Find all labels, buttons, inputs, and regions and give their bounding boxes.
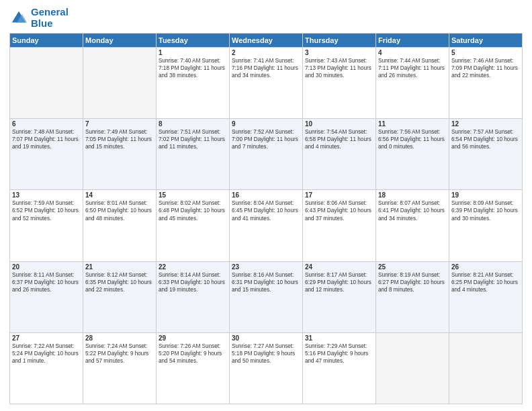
day-info: Sunrise: 7:57 AM Sunset: 6:54 PM Dayligh…	[451, 128, 520, 150]
day-cell: 15Sunrise: 8:02 AM Sunset: 6:48 PM Dayli…	[157, 190, 230, 261]
day-number: 6	[12, 120, 81, 128]
day-number: 22	[159, 263, 227, 271]
day-cell: 28Sunrise: 7:24 AM Sunset: 5:22 PM Dayli…	[83, 332, 157, 404]
day-number: 28	[85, 334, 154, 342]
day-info: Sunrise: 7:51 AM Sunset: 7:02 PM Dayligh…	[159, 128, 227, 150]
day-info: Sunrise: 7:52 AM Sunset: 7:00 PM Dayligh…	[232, 128, 300, 150]
day-info: Sunrise: 7:43 AM Sunset: 7:13 PM Dayligh…	[305, 57, 373, 79]
day-cell: 9Sunrise: 7:52 AM Sunset: 7:00 PM Daylig…	[230, 119, 303, 190]
day-header-monday: Monday	[83, 34, 157, 48]
day-number: 23	[232, 263, 300, 271]
week-row-3: 13Sunrise: 7:59 AM Sunset: 6:52 PM Dayli…	[10, 190, 523, 261]
day-cell	[10, 48, 83, 119]
page: General Blue SundayMondayTuesdayWednesda…	[0, 0, 532, 411]
header: General Blue	[9, 7, 523, 29]
day-info: Sunrise: 8:14 AM Sunset: 6:33 PM Dayligh…	[159, 271, 227, 293]
day-info: Sunrise: 8:04 AM Sunset: 6:45 PM Dayligh…	[232, 199, 300, 222]
day-info: Sunrise: 8:02 AM Sunset: 6:48 PM Dayligh…	[159, 199, 227, 222]
day-number: 14	[85, 191, 154, 199]
day-cell: 2Sunrise: 7:41 AM Sunset: 7:16 PM Daylig…	[230, 48, 303, 119]
day-info: Sunrise: 7:22 AM Sunset: 5:24 PM Dayligh…	[12, 342, 81, 365]
day-number: 18	[378, 191, 447, 199]
day-cell: 27Sunrise: 7:22 AM Sunset: 5:24 PM Dayli…	[10, 332, 83, 404]
day-header-friday: Friday	[376, 34, 449, 48]
day-number: 4	[378, 49, 447, 56]
day-cell: 21Sunrise: 8:12 AM Sunset: 6:35 PM Dayli…	[83, 261, 157, 332]
day-info: Sunrise: 7:59 AM Sunset: 6:52 PM Dayligh…	[12, 199, 81, 222]
day-info: Sunrise: 8:07 AM Sunset: 6:41 PM Dayligh…	[378, 199, 447, 222]
day-number: 8	[159, 120, 227, 128]
week-row-1: 1Sunrise: 7:40 AM Sunset: 7:18 PM Daylig…	[10, 48, 523, 119]
day-number: 16	[232, 191, 300, 199]
day-info: Sunrise: 8:01 AM Sunset: 6:50 PM Dayligh…	[85, 199, 154, 222]
day-number: 24	[305, 263, 373, 271]
day-info: Sunrise: 7:48 AM Sunset: 7:07 PM Dayligh…	[12, 128, 81, 150]
day-cell: 18Sunrise: 8:07 AM Sunset: 6:41 PM Dayli…	[376, 190, 449, 261]
day-cell: 13Sunrise: 7:59 AM Sunset: 6:52 PM Dayli…	[10, 190, 83, 261]
day-info: Sunrise: 7:27 AM Sunset: 5:18 PM Dayligh…	[232, 342, 300, 365]
day-number: 3	[305, 49, 373, 56]
day-header-wednesday: Wednesday	[230, 34, 303, 48]
day-cell	[449, 332, 523, 404]
day-info: Sunrise: 8:11 AM Sunset: 6:37 PM Dayligh…	[12, 271, 81, 293]
day-number: 20	[12, 263, 81, 271]
day-header-tuesday: Tuesday	[157, 34, 230, 48]
day-cell: 29Sunrise: 7:26 AM Sunset: 5:20 PM Dayli…	[157, 332, 230, 404]
day-cell: 5Sunrise: 7:46 AM Sunset: 7:09 PM Daylig…	[449, 48, 523, 119]
day-info: Sunrise: 8:21 AM Sunset: 6:25 PM Dayligh…	[451, 271, 520, 293]
day-cell: 31Sunrise: 7:29 AM Sunset: 5:16 PM Dayli…	[303, 332, 376, 404]
week-row-5: 27Sunrise: 7:22 AM Sunset: 5:24 PM Dayli…	[10, 332, 523, 404]
day-info: Sunrise: 7:41 AM Sunset: 7:16 PM Dayligh…	[232, 57, 300, 79]
day-info: Sunrise: 7:24 AM Sunset: 5:22 PM Dayligh…	[85, 342, 154, 365]
day-number: 17	[305, 191, 373, 199]
day-number: 15	[159, 191, 227, 199]
day-number: 13	[12, 191, 81, 199]
day-info: Sunrise: 7:49 AM Sunset: 7:05 PM Dayligh…	[85, 128, 154, 150]
week-row-4: 20Sunrise: 8:11 AM Sunset: 6:37 PM Dayli…	[10, 261, 523, 332]
day-info: Sunrise: 7:26 AM Sunset: 5:20 PM Dayligh…	[159, 342, 227, 365]
day-cell: 24Sunrise: 8:17 AM Sunset: 6:29 PM Dayli…	[303, 261, 376, 332]
day-cell: 17Sunrise: 8:06 AM Sunset: 6:43 PM Dayli…	[303, 190, 376, 261]
logo-text: General Blue	[31, 7, 69, 29]
day-cell: 7Sunrise: 7:49 AM Sunset: 7:05 PM Daylig…	[83, 119, 157, 190]
day-cell: 10Sunrise: 7:54 AM Sunset: 6:58 PM Dayli…	[303, 119, 376, 190]
day-cell: 11Sunrise: 7:56 AM Sunset: 6:56 PM Dayli…	[376, 119, 449, 190]
day-number: 11	[378, 120, 447, 128]
day-number: 30	[232, 334, 300, 342]
week-row-2: 6Sunrise: 7:48 AM Sunset: 7:07 PM Daylig…	[10, 119, 523, 190]
day-info: Sunrise: 8:06 AM Sunset: 6:43 PM Dayligh…	[305, 199, 373, 222]
day-cell: 3Sunrise: 7:43 AM Sunset: 7:13 PM Daylig…	[303, 48, 376, 119]
day-info: Sunrise: 7:44 AM Sunset: 7:11 PM Dayligh…	[378, 57, 447, 79]
day-info: Sunrise: 8:12 AM Sunset: 6:35 PM Dayligh…	[85, 271, 154, 293]
day-cell: 4Sunrise: 7:44 AM Sunset: 7:11 PM Daylig…	[376, 48, 449, 119]
day-info: Sunrise: 8:17 AM Sunset: 6:29 PM Dayligh…	[305, 271, 373, 293]
day-number: 21	[85, 263, 154, 271]
day-cell: 30Sunrise: 7:27 AM Sunset: 5:18 PM Dayli…	[230, 332, 303, 404]
day-info: Sunrise: 8:19 AM Sunset: 6:27 PM Dayligh…	[378, 271, 447, 293]
day-number: 7	[85, 120, 154, 128]
day-info: Sunrise: 8:09 AM Sunset: 6:39 PM Dayligh…	[451, 199, 520, 222]
day-cell: 25Sunrise: 8:19 AM Sunset: 6:27 PM Dayli…	[376, 261, 449, 332]
day-header-sunday: Sunday	[10, 34, 83, 48]
day-cell: 20Sunrise: 8:11 AM Sunset: 6:37 PM Dayli…	[10, 261, 83, 332]
day-number: 1	[159, 49, 227, 56]
day-number: 26	[451, 263, 520, 271]
day-cell: 22Sunrise: 8:14 AM Sunset: 6:33 PM Dayli…	[157, 261, 230, 332]
day-cell: 19Sunrise: 8:09 AM Sunset: 6:39 PM Dayli…	[449, 190, 523, 261]
day-header-thursday: Thursday	[303, 34, 376, 48]
day-number: 27	[12, 334, 81, 342]
day-number: 10	[305, 120, 373, 128]
day-info: Sunrise: 7:46 AM Sunset: 7:09 PM Dayligh…	[451, 57, 520, 79]
day-cell: 26Sunrise: 8:21 AM Sunset: 6:25 PM Dayli…	[449, 261, 523, 332]
day-cell: 12Sunrise: 7:57 AM Sunset: 6:54 PM Dayli…	[449, 119, 523, 190]
day-cell: 8Sunrise: 7:51 AM Sunset: 7:02 PM Daylig…	[157, 119, 230, 190]
day-cell	[83, 48, 157, 119]
day-number: 12	[451, 120, 520, 128]
day-info: Sunrise: 7:56 AM Sunset: 6:56 PM Dayligh…	[378, 128, 447, 150]
day-number: 9	[232, 120, 300, 128]
day-info: Sunrise: 7:54 AM Sunset: 6:58 PM Dayligh…	[305, 128, 373, 150]
day-number: 19	[451, 191, 520, 199]
day-number: 25	[378, 263, 447, 271]
day-cell: 16Sunrise: 8:04 AM Sunset: 6:45 PM Dayli…	[230, 190, 303, 261]
day-cell	[376, 332, 449, 404]
